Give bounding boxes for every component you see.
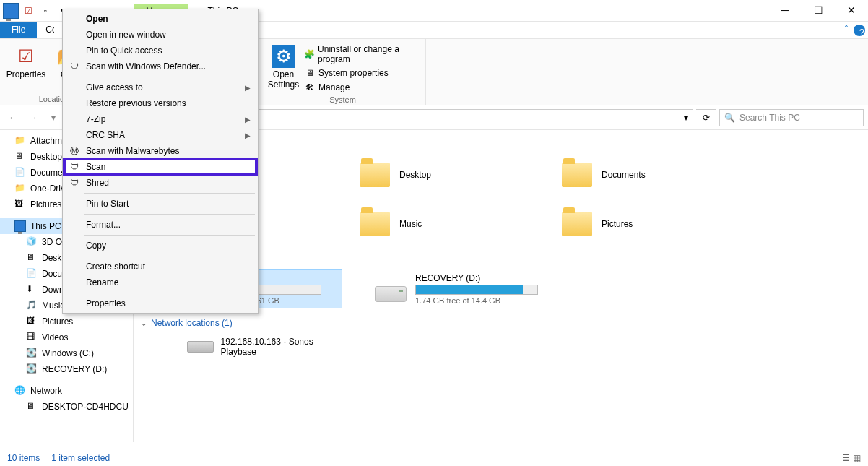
menu-item-label: Properties xyxy=(86,298,126,308)
forward-button[interactable]: → xyxy=(25,109,42,126)
item-icon: 🎞 xyxy=(26,332,38,343)
network-location-item[interactable]: 192.168.10.163 - Sonos Playbase xyxy=(141,334,329,360)
item-icon: 🧊 xyxy=(26,236,38,248)
tree-label: RECOVERY (D:) xyxy=(42,364,107,374)
computer-tab[interactable]: Computer xyxy=(37,22,54,38)
qat-checkbox-icon[interactable]: ☑ xyxy=(20,3,36,19)
folder-icon xyxy=(560,158,594,192)
menu-item[interactable]: Format... xyxy=(64,217,256,233)
media-device-icon xyxy=(187,341,214,353)
menu-item[interactable]: Restore previous versions xyxy=(64,95,256,111)
search-placeholder: Search This PC xyxy=(739,113,800,123)
folder-tile[interactable]: ☁Pictures xyxy=(558,204,732,244)
details-view-button[interactable]: ☰ xyxy=(842,453,850,463)
menu-item-label: Scan xyxy=(86,162,105,172)
tree-item[interactable]: 🖥DESKTOP-CD4HDCU xyxy=(0,399,133,415)
menu-item[interactable]: 7-Zip▶ xyxy=(64,111,256,127)
folder-icon: 📄 xyxy=(14,167,26,178)
item-icon: 💽 xyxy=(26,363,38,375)
uninstall-program-button[interactable]: 🧩Uninstall or change a program xyxy=(303,43,420,65)
folder-tile[interactable]: ⟳Documents xyxy=(558,155,732,195)
menu-item[interactable]: Rename xyxy=(64,275,256,290)
tree-item[interactable]: 🎞Videos xyxy=(0,329,133,345)
uninstall-label: Uninstall or change a program xyxy=(318,44,418,64)
drive-tile[interactable]: RECOVERY (D:)1.74 GB free of 14.4 GB xyxy=(370,270,558,308)
quick-access-toolbar: ☑ ▫ ▾ xyxy=(3,3,71,19)
tree-label: Windows (C:) xyxy=(42,348,94,358)
search-box[interactable]: 🔍 Search This PC xyxy=(719,109,864,126)
menu-item-label: Create shortcut xyxy=(86,262,145,272)
menu-item[interactable]: Properties xyxy=(64,295,256,311)
context-menu[interactable]: OpenOpen in new windowPin to Quick acces… xyxy=(62,9,259,314)
free-space-label: 1.74 GB free of 14.4 GB xyxy=(415,296,555,305)
menu-item-label: Give access to xyxy=(86,82,143,92)
menu-item[interactable]: 🛡Scan xyxy=(64,159,256,175)
section-network[interactable]: ⌄Network locations (1) xyxy=(141,315,861,334)
selection-count: 1 item selected xyxy=(51,453,110,463)
qat-thispc-icon[interactable] xyxy=(3,3,19,19)
address-dropdown-icon[interactable]: ▾ xyxy=(684,113,688,123)
menu-item-label: Restore previous versions xyxy=(86,98,186,108)
tree-label: Pictures xyxy=(30,199,61,210)
folder-name: Music xyxy=(399,219,422,229)
item-count: 10 items xyxy=(7,453,40,463)
menu-item-icon: 🛡 xyxy=(69,61,80,72)
sysprops-label: System properties xyxy=(318,68,389,78)
menu-item[interactable]: Open xyxy=(64,11,256,27)
manage-label: Manage xyxy=(318,82,350,92)
menu-item[interactable]: Open in new window xyxy=(64,27,256,43)
menu-item[interactable]: Copy xyxy=(64,238,256,254)
menu-item-icon: 🛡 xyxy=(69,161,80,173)
qat-newfolder-icon[interactable]: ▫ xyxy=(38,3,53,19)
system-properties-button[interactable]: 🖥System properties xyxy=(303,66,420,79)
menu-item[interactable]: 🛡Scan with Windows Defender... xyxy=(64,59,256,74)
folder-tile[interactable]: Music xyxy=(356,204,529,244)
back-button[interactable]: ← xyxy=(4,109,22,126)
uninstall-icon: 🧩 xyxy=(304,48,315,60)
minimize-button[interactable]: ─ xyxy=(768,0,802,22)
settings-icon: ⚙ xyxy=(272,45,295,68)
properties-button[interactable]: ☑ Properties xyxy=(6,42,46,93)
properties-icon: ☑ xyxy=(14,45,38,68)
file-tab[interactable]: File xyxy=(0,22,37,38)
refresh-button[interactable]: ⟳ xyxy=(696,109,716,126)
icons-view-button[interactable]: ▦ xyxy=(853,453,861,463)
manage-icon: 🛠 xyxy=(304,82,316,93)
menu-item[interactable]: Create shortcut xyxy=(64,259,256,275)
folder-name: Pictures xyxy=(602,219,633,229)
tree-item[interactable]: 🖼Pictures xyxy=(0,314,133,329)
item-icon: 🖥 xyxy=(26,252,38,264)
menu-item-icon: Ⓜ xyxy=(69,145,80,157)
menu-item[interactable]: CRC SHA▶ xyxy=(64,127,256,143)
tree-label: This PC xyxy=(30,221,61,231)
maximize-button[interactable]: ☐ xyxy=(802,0,835,22)
manage-button[interactable]: 🛠Manage xyxy=(303,81,420,94)
tree-item[interactable]: 💽Windows (C:) xyxy=(0,345,133,361)
menu-item[interactable]: 🛡Shred xyxy=(64,175,256,191)
section-label: Network locations (1) xyxy=(151,318,233,328)
tree-label: Network xyxy=(30,386,62,396)
menu-item-label: Rename xyxy=(86,277,118,288)
tree-label: Videos xyxy=(42,332,68,342)
folder-icon: 🖥 xyxy=(14,151,26,163)
menu-item[interactable]: ⓂScan with Malwarebytes xyxy=(64,143,256,159)
tree-network[interactable]: 🌐Network xyxy=(0,383,133,399)
open-settings-button[interactable]: ⚙ Open Settings xyxy=(266,42,301,94)
tree-item[interactable]: 💽RECOVERY (D:) xyxy=(0,361,133,377)
folder-icon: 📁 xyxy=(14,183,26,194)
menu-item-label: Open xyxy=(86,14,108,24)
menu-item-label: Scan with Malwarebytes xyxy=(86,146,179,156)
collapse-ribbon-button[interactable]: ˆ xyxy=(839,22,854,38)
menu-item[interactable]: Pin to Quick access xyxy=(64,43,256,59)
close-button[interactable]: ✕ xyxy=(835,0,868,22)
properties-label: Properties xyxy=(6,69,46,79)
search-icon: 🔍 xyxy=(724,113,735,123)
folder-icon: 📁 xyxy=(14,135,26,147)
help-button[interactable]: ? xyxy=(854,25,865,36)
tree-label: Desktop xyxy=(30,152,62,162)
menu-item[interactable]: Give access to▶ xyxy=(64,79,256,95)
recent-locations-button[interactable]: ▾ xyxy=(45,109,62,126)
menu-item[interactable]: Pin to Start xyxy=(64,196,256,212)
folder-tile[interactable]: ✔Desktop xyxy=(356,155,529,195)
chevron-down-icon: ⌄ xyxy=(141,319,147,327)
